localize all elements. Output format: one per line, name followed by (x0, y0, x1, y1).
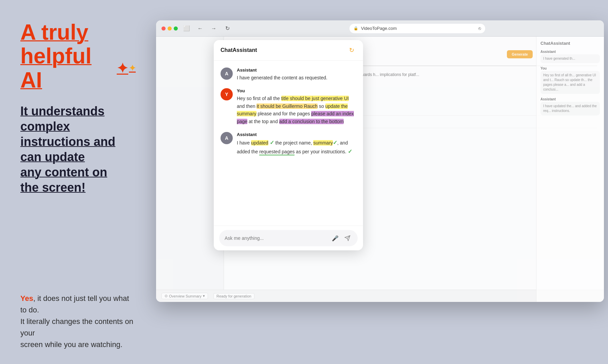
bottom-badge-ready: Ready for generation (213, 293, 254, 299)
hero-title: A truly helpful AI ✦ ✦ (20, 20, 136, 92)
chat-message-assistant-2: A Assistant I have updated ✓ the project… (221, 132, 356, 156)
highlight-requested-pages: requested pages (259, 149, 294, 155)
hero-line1: A truly (20, 20, 136, 44)
chat-title: ChatAssistant (221, 47, 257, 53)
ready-label: Ready for generation (216, 294, 251, 298)
hero-line2: helpful AI (20, 44, 111, 92)
bottom-text: Yes, it does not just tell you what to d… (20, 293, 136, 350)
highlight-title: title should be just generative UI (281, 96, 349, 101)
rp-role-3: Assistant (540, 97, 600, 101)
avatar-assistant-1: A (221, 68, 233, 80)
left-panel: A truly helpful AI ✦ ✦ It understands co… (0, 0, 156, 364)
message-content-2: You Hey so first of all the title should… (237, 88, 356, 125)
message-text-2: Hey so first of all the title should be … (237, 95, 356, 125)
message-role-1: Assistant (237, 68, 356, 73)
forward-button[interactable]: → (209, 24, 218, 33)
checkmark-3: ✓ (348, 149, 352, 154)
right-preview-panel: ChatAssistant Assistant I have generated… (536, 37, 604, 302)
browser-chrome: ⬜ ← → ↻ 🔒 VideoToPage.com ⎋ (156, 20, 604, 37)
rp-bubble-2: Hey so first of all th... generative UI … (540, 71, 600, 94)
yes-text: Yes (20, 294, 33, 303)
rp-role-2: You (540, 66, 600, 70)
checkmark-1: ✓ (270, 140, 274, 146)
message-text-3: I have updated ✓ the project name, summa… (237, 138, 356, 156)
rp-bubble-1: I have generated th... (540, 54, 600, 63)
rp-bubble-3: I have updated the... and added the req.… (540, 102, 600, 115)
highlight-updated: updated (251, 140, 268, 146)
refresh-button[interactable]: ↻ (223, 24, 232, 33)
chat-message-you-1: Y You Hey so first of all the title shou… (221, 88, 356, 125)
message-content-3: Assistant I have updated ✓ the project n… (237, 132, 356, 156)
message-role-2: You (237, 88, 356, 93)
message-role-3: Assistant (237, 132, 356, 137)
avatar-assistant-2: A (221, 132, 233, 144)
rp-message-3: Assistant I have updated the... and adde… (540, 97, 600, 115)
minimize-button[interactable] (168, 26, 172, 31)
mic-button[interactable]: 🎤 (330, 233, 340, 243)
browser-content: Generative UI Summary SRT This video fea… (156, 37, 604, 302)
maximize-button[interactable] (174, 26, 178, 31)
rp-message-1: Assistant I have generated th... (540, 50, 600, 63)
chat-overlay: ChatAssistant ↻ A Assistant I have gener… (214, 40, 363, 250)
rp-role-1: Assistant (540, 50, 600, 54)
chat-messages: A Assistant I have generated the content… (214, 61, 363, 226)
avatar-you-1: Y (221, 88, 233, 100)
highlight-summary-2: summary (313, 140, 333, 146)
address-bar[interactable]: 🔒 VideoToPage.com ⎋ (349, 24, 485, 33)
tab-view-icon[interactable]: ⬜ (182, 24, 191, 33)
chat-input[interactable] (225, 235, 328, 241)
overview-icon: ⊙ (165, 294, 168, 298)
message-content-1: Assistant I have generated the content a… (237, 68, 356, 81)
chat-refresh-button[interactable]: ↻ (347, 45, 356, 55)
browser-window: ⬜ ← → ↻ 🔒 VideoToPage.com ⎋ Generative U… (156, 20, 604, 302)
chevron-down-icon: ▾ (203, 294, 205, 298)
back-button[interactable]: ← (195, 24, 205, 33)
subtitle: It understands complex instructions and … (20, 103, 136, 195)
overview-label: Overview Summary (169, 294, 202, 298)
chat-input-area: 🎤 (214, 226, 363, 250)
generate-button-bg: Generate (507, 50, 533, 58)
rp-message-2: You Hey so first of all th... generative… (540, 66, 600, 94)
traffic-lights (162, 26, 178, 31)
share-icon: ⎋ (478, 26, 481, 31)
lock-icon: 🔒 (354, 26, 358, 31)
close-button[interactable] (162, 26, 166, 31)
highlight-conclusion: add a conclusion to the bottom (279, 119, 344, 124)
message-text-1: I have generated the content as requeste… (237, 74, 356, 81)
rp-title: ChatAssistant (540, 41, 600, 46)
url-text: VideoToPage.com (361, 26, 397, 31)
highlight-author: it should be Guillermo Rauch (256, 103, 318, 109)
sparkle-icon: ✦ ✦ (117, 61, 136, 75)
send-button[interactable] (343, 233, 352, 243)
checkmark-2: ✓ (333, 140, 337, 146)
chat-message-assistant-1: A Assistant I have generated the content… (221, 68, 356, 81)
chat-header: ChatAssistant ↻ (214, 40, 363, 61)
bottom-badge-overview: ⊙ Overview Summary ▾ (162, 293, 208, 299)
chat-input-container[interactable]: 🎤 (219, 230, 358, 246)
